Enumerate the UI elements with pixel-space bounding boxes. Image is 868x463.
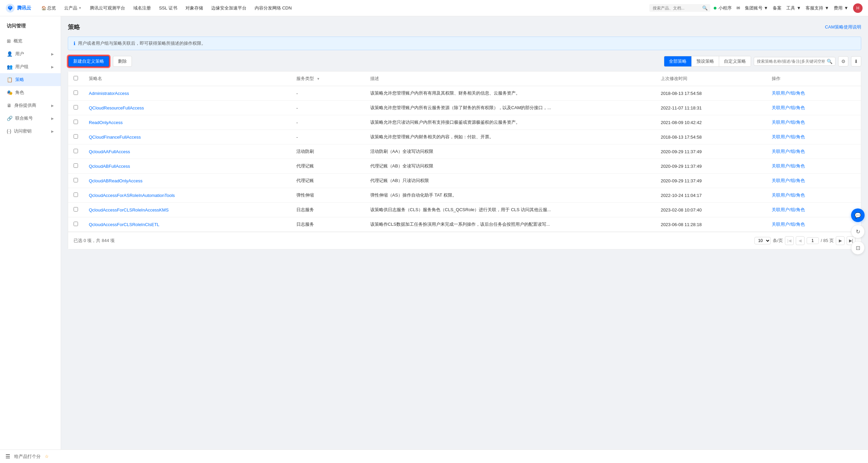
nav-beian[interactable]: 备案 — [773, 5, 782, 11]
row-checkbox-cell[interactable] — [68, 188, 83, 203]
col-action: 操作 — [766, 72, 861, 86]
row-checkbox[interactable] — [74, 120, 78, 124]
policy-search-box[interactable]: 🔍 — [754, 57, 835, 66]
sidebar-item-access-key[interactable]: (·) 访问密钥 ▶ — [0, 125, 61, 138]
associate-link[interactable]: 关联用户/组/角色 — [772, 163, 805, 168]
nav-ssl[interactable]: SSL 证书 — [156, 0, 181, 16]
policy-name-cell: QcloudABFullAccess — [83, 159, 291, 174]
prev-page-btn[interactable]: ◀ — [796, 236, 805, 245]
row-checkbox[interactable] — [74, 178, 78, 182]
user-icon: 👤 — [7, 51, 13, 57]
policy-search-input[interactable] — [757, 59, 825, 64]
nav-miniapp[interactable]: 小程序 — [714, 5, 732, 11]
nav-group-account[interactable]: 集团账号 ▼ — [745, 5, 768, 11]
sidebar-item-policy[interactable]: 📋 策略 — [0, 73, 61, 86]
feedback-label[interactable]: 给产品打个分 — [14, 454, 41, 460]
nav-billing[interactable]: 费用 ▼ — [834, 5, 848, 11]
select-all-checkbox[interactable] — [74, 76, 78, 80]
sidebar-item-roles[interactable]: 🎭 角色 — [0, 86, 61, 99]
star-icon: ☆ — [45, 454, 49, 459]
nav-cdn[interactable]: 内容分发网络 CDN — [251, 0, 295, 16]
refresh-float-btn[interactable]: ↻ — [851, 225, 865, 238]
nav-cloud-products[interactable]: 云产品 ▼ — [61, 0, 85, 16]
row-checkbox-cell[interactable] — [68, 115, 83, 130]
select-all-header[interactable] — [68, 72, 83, 86]
policy-name-cell: QCloudResourceFullAccess — [83, 101, 291, 115]
sidebar-item-usergroups[interactable]: 👥 用户组 ▶ — [0, 60, 61, 73]
page-number-input[interactable] — [807, 237, 819, 244]
page-size-select[interactable]: 10 20 50 — [754, 237, 771, 244]
first-page-btn[interactable]: |◀ — [785, 236, 794, 245]
row-checkbox-cell[interactable] — [68, 217, 83, 232]
policy-name-link[interactable]: QcloudAccessForCLSRoleInAccessKMS — [89, 207, 169, 213]
help-link[interactable]: CAM策略使用说明 — [825, 24, 861, 30]
associate-link[interactable]: 关联用户/组/角色 — [772, 134, 805, 139]
chat-float-btn[interactable]: 💬 — [851, 208, 865, 222]
nav-search-box[interactable]: 🔍 — [649, 4, 710, 12]
delete-button[interactable]: 删除 — [113, 56, 132, 67]
tab-all-policies[interactable]: 全部策略 — [664, 56, 692, 66]
description-cell: 弹性伸缩（AS）操作自动化助手 TAT 权限。 — [365, 188, 655, 203]
row-checkbox[interactable] — [74, 222, 78, 226]
policy-name-link[interactable]: QcloudABReadOnlyAccess — [89, 178, 142, 183]
hamburger-icon[interactable]: ☰ — [5, 453, 10, 460]
policy-name-link[interactable]: QcloudAAFullAccess — [89, 149, 130, 154]
tab-custom-policies[interactable]: 自定义策略 — [719, 56, 751, 66]
row-checkbox[interactable] — [74, 207, 78, 212]
sidebar-item-overview[interactable]: ⊞ 概览 — [0, 35, 61, 47]
next-page-btn[interactable]: ▶ — [836, 236, 845, 245]
download-icon: ⬇ — [854, 59, 858, 64]
tab-preset-policies[interactable]: 预设策略 — [692, 56, 719, 66]
row-checkbox[interactable] — [74, 149, 78, 153]
download-icon-btn[interactable]: ⬇ — [851, 56, 861, 66]
nav-edge[interactable]: 边缘安全加速平台 — [208, 0, 250, 16]
nav-cos[interactable]: 对象存储 — [182, 0, 206, 16]
row-checkbox[interactable] — [74, 105, 78, 109]
row-checkbox[interactable] — [74, 163, 78, 168]
nav-observability[interactable]: 腾讯云可观测平台 — [86, 0, 129, 16]
row-checkbox-cell[interactable] — [68, 101, 83, 115]
row-checkbox-cell[interactable] — [68, 159, 83, 174]
associate-link[interactable]: 关联用户/组/角色 — [772, 120, 805, 125]
associate-link[interactable]: 关联用户/组/角色 — [772, 90, 805, 96]
avatar[interactable]: H — [853, 3, 863, 13]
associate-link[interactable]: 关联用户/组/角色 — [772, 149, 805, 154]
settings-icon-btn[interactable]: ⚙ — [838, 56, 848, 66]
nav-tools[interactable]: 工具 ▼ — [786, 5, 801, 11]
nav-home[interactable]: 🏠 总览 — [38, 0, 59, 16]
row-checkbox-cell[interactable] — [68, 174, 83, 188]
sidebar-item-idp[interactable]: 🖥 身份提供商 ▶ — [0, 99, 61, 112]
filter-icon: ▼ — [317, 77, 320, 81]
policy-tab-group: 全部策略 预设策略 自定义策略 — [664, 56, 751, 67]
policy-name-link[interactable]: ReadOnlyAccess — [89, 120, 123, 125]
associate-link[interactable]: 关联用户/组/角色 — [772, 193, 805, 198]
associate-link[interactable]: 关联用户/组/角色 — [772, 222, 805, 227]
policy-name-link[interactable]: QcloudABFullAccess — [89, 164, 130, 169]
nav-search-input[interactable] — [653, 6, 700, 11]
row-checkbox-cell[interactable] — [68, 144, 83, 159]
nav-domain[interactable]: 域名注册 — [130, 0, 154, 16]
policy-name-link[interactable]: QCloudFinanceFullAccess — [89, 135, 141, 140]
policy-name-link[interactable]: AdministratorAccess — [89, 91, 129, 96]
policy-name-link[interactable]: QCloudResourceFullAccess — [89, 105, 144, 110]
sidebar-item-users[interactable]: 👤 用户 ▶ — [0, 47, 61, 60]
nav-mail[interactable]: ✉ — [736, 5, 740, 11]
row-checkbox[interactable] — [74, 193, 78, 197]
row-checkbox-cell[interactable] — [68, 130, 83, 144]
row-checkbox-cell[interactable] — [68, 203, 83, 217]
associate-link[interactable]: 关联用户/组/角色 — [772, 105, 805, 110]
layout-float-btn[interactable]: ⊡ — [851, 241, 865, 255]
logo[interactable]: 腾讯云 — [5, 3, 31, 13]
associate-link[interactable]: 关联用户/组/角色 — [772, 207, 805, 212]
col-service-type[interactable]: 服务类型 ▼ — [291, 72, 365, 86]
sidebar-item-federation[interactable]: 🔗 联合账号 ▶ — [0, 112, 61, 125]
create-custom-policy-button[interactable]: 新建自定义策略 — [68, 56, 110, 67]
policy-name-link[interactable]: QcloudAccessForCLSRoleInClsETL — [89, 222, 159, 227]
nav-support[interactable]: 客服支持 ▼ — [806, 5, 829, 11]
row-checkbox[interactable] — [74, 134, 78, 139]
search-icon[interactable]: 🔍 — [827, 59, 832, 64]
row-checkbox[interactable] — [74, 90, 78, 95]
row-checkbox-cell[interactable] — [68, 86, 83, 101]
policy-name-link[interactable]: QcloudAccessForASRoleInAutomationTools — [89, 193, 175, 198]
associate-link[interactable]: 关联用户/组/角色 — [772, 178, 805, 183]
